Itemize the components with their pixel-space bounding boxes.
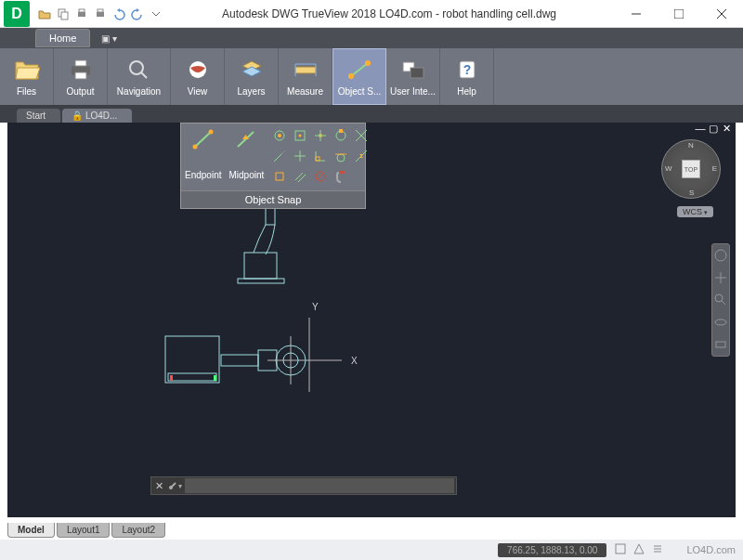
svg-point-32 xyxy=(278,134,281,137)
status-scale-icon[interactable] xyxy=(632,542,647,557)
svg-rect-60 xyxy=(716,342,725,347)
qat-dropdown-icon[interactable] xyxy=(149,7,163,21)
svg-rect-70 xyxy=(165,336,219,383)
svg-rect-84 xyxy=(616,544,625,553)
insertion-snap-button[interactable] xyxy=(292,148,308,164)
navigation-button[interactable]: Navigation xyxy=(108,48,171,105)
steering-wheel-icon[interactable] xyxy=(713,248,728,263)
svg-rect-24 xyxy=(411,68,424,78)
nearest-snap-button[interactable] xyxy=(353,148,370,164)
layers-button[interactable]: Layers xyxy=(225,48,279,105)
svg-point-29 xyxy=(208,130,213,135)
svg-rect-16 xyxy=(295,67,316,73)
tangent-snap-button[interactable] xyxy=(332,148,349,164)
status-customize-icon[interactable] xyxy=(651,542,666,557)
svg-rect-50 xyxy=(276,173,283,180)
ribbon-dropdown-icon[interactable]: ▣ ▾ xyxy=(96,32,123,46)
view-button[interactable]: View xyxy=(171,48,225,105)
endpoint-icon xyxy=(346,57,372,83)
object-snap-panel: Endpoint Midpoint xyxy=(180,123,366,209)
layout-tab-layout2[interactable]: Layout2 xyxy=(111,523,165,538)
layout-tab-layout1[interactable]: Layout1 xyxy=(57,523,111,538)
svg-rect-46 xyxy=(316,157,319,161)
svg-rect-55 xyxy=(339,171,345,174)
doc-tab-start[interactable]: Start xyxy=(17,109,60,123)
app-icon[interactable]: D xyxy=(4,1,30,27)
coordinates-readout: 766.25, 1888.13, 0.00 xyxy=(498,543,606,557)
qat-undo-icon[interactable] xyxy=(111,7,126,21)
orbit-icon[interactable] xyxy=(713,315,728,330)
svg-text:?: ? xyxy=(463,62,471,77)
object-snap-button[interactable]: Object S... xyxy=(332,48,386,105)
cmdline-close-icon[interactable]: ✕ xyxy=(151,480,166,492)
viewport-minimize-icon[interactable]: — xyxy=(695,124,706,134)
output-button[interactable]: Output xyxy=(54,48,108,105)
quadrant-snap-button[interactable] xyxy=(332,127,349,144)
viewport-maximize-icon[interactable]: ▢ xyxy=(708,124,719,134)
showmotion-icon[interactable] xyxy=(713,337,728,352)
wcs-dropdown[interactable]: WCS xyxy=(677,206,713,217)
drawing-canvas[interactable]: — ▢ ✕ Endpoint Midpoint xyxy=(7,123,736,517)
osnap-settings-button[interactable] xyxy=(332,168,349,185)
geometric-center-snap-button[interactable] xyxy=(292,127,308,144)
doc-tab-file[interactable]: 🔒 LO4D... xyxy=(62,109,132,123)
files-button[interactable]: Files xyxy=(0,48,54,105)
svg-point-56 xyxy=(715,250,726,261)
windows-icon xyxy=(400,57,426,83)
svg-line-54 xyxy=(317,173,324,180)
svg-point-47 xyxy=(337,154,345,162)
apparent-intersection-snap-button[interactable] xyxy=(271,168,288,185)
maximize-button[interactable] xyxy=(658,0,700,28)
watermark: LO4D.com xyxy=(686,544,736,555)
svg-rect-39 xyxy=(339,129,343,133)
viewcube-face[interactable]: TOP xyxy=(682,160,700,178)
close-button[interactable] xyxy=(700,0,743,28)
status-layout-icon[interactable] xyxy=(614,542,629,557)
svg-point-13 xyxy=(130,61,143,74)
node-snap-button[interactable] xyxy=(312,127,329,144)
parallel-snap-button[interactable] xyxy=(292,168,308,185)
qat-print2-icon[interactable] xyxy=(93,7,108,21)
qat-copy-icon[interactable] xyxy=(56,7,71,21)
viewcube[interactable]: N S E W TOP xyxy=(661,139,721,199)
qat-redo-icon[interactable] xyxy=(130,7,145,21)
home-tab[interactable]: Home xyxy=(35,29,90,47)
user-interface-button[interactable]: User Inte... xyxy=(386,48,440,105)
svg-rect-1 xyxy=(61,12,68,20)
layers-icon xyxy=(239,57,265,83)
pan-icon[interactable] xyxy=(713,270,728,285)
drawing-content: X Y xyxy=(156,169,416,451)
svg-line-14 xyxy=(141,72,147,78)
command-input[interactable] xyxy=(185,478,454,493)
ruler-icon xyxy=(293,57,319,83)
intersection-snap-button[interactable] xyxy=(353,127,370,144)
measure-button[interactable]: Measure xyxy=(279,48,332,105)
none-snap-button[interactable] xyxy=(312,168,329,185)
perpendicular-snap-button[interactable] xyxy=(312,148,329,164)
svg-rect-71 xyxy=(168,373,216,381)
help-button[interactable]: ? Help xyxy=(440,48,494,105)
svg-text:X: X xyxy=(351,356,358,366)
qat-print-icon[interactable] xyxy=(74,7,89,21)
minimize-button[interactable] xyxy=(615,0,658,28)
svg-point-34 xyxy=(299,135,302,137)
svg-line-58 xyxy=(722,301,725,305)
extension-snap-button[interactable] xyxy=(271,148,288,164)
svg-rect-5 xyxy=(98,9,103,12)
cmdline-config-icon[interactable]: ▾ xyxy=(166,480,183,491)
help-icon: ? xyxy=(454,57,480,83)
navigation-bar xyxy=(711,243,730,357)
endpoint-snap-button[interactable] xyxy=(191,127,215,151)
window-title: Autodesk DWG TrueView 2018 LO4D.com - ro… xyxy=(163,7,615,20)
qat-open-icon[interactable] xyxy=(37,7,52,21)
printer-icon xyxy=(68,57,94,83)
midpoint-snap-button[interactable] xyxy=(234,127,258,151)
svg-rect-82 xyxy=(214,375,216,381)
svg-rect-81 xyxy=(170,375,173,381)
zoom-icon[interactable] xyxy=(713,293,728,307)
center-snap-button[interactable] xyxy=(271,127,288,144)
svg-rect-7 xyxy=(674,9,684,19)
layout-tab-model[interactable]: Model xyxy=(7,523,55,538)
viewport-close-icon[interactable]: ✕ xyxy=(721,124,732,134)
svg-rect-2 xyxy=(78,12,85,17)
